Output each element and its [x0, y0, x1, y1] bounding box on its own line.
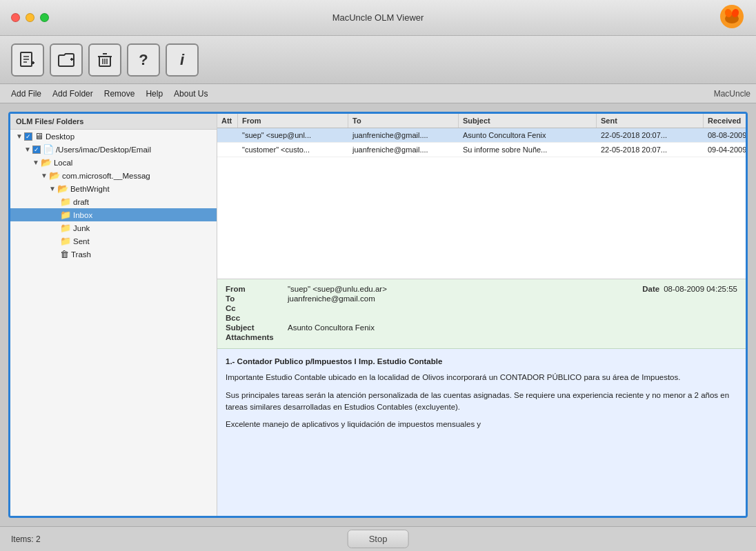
- email-cell-to-1: juanfreniche@gmail....: [348, 128, 459, 142]
- checkbox-email[interactable]: ✓: [32, 146, 41, 154]
- sidebar-item-desktop[interactable]: ▼ ✓ 🖥 Desktop: [10, 130, 217, 143]
- email-body-line1: 1.- Contador Publico p/Impuestos l Imp. …: [226, 356, 737, 368]
- email-list-header: Att From To Subject Sent Received: [217, 114, 746, 128]
- main-area: OLM Files/ Folders ▼ ✓ 🖥 Desktop ▼ ✓ 📄 /…: [0, 103, 756, 526]
- sidebar-item-inbox[interactable]: 📁 Inbox: [10, 208, 217, 221]
- attachments-value: [288, 333, 737, 341]
- add-file-button[interactable]: [11, 43, 44, 77]
- folder-icon-ms: 📂: [49, 170, 60, 181]
- logo: [719, 3, 745, 32]
- email-body-para1: Importante Estudio Contable ubicado en l…: [226, 372, 737, 383]
- sidebar-label-local: Local: [54, 159, 73, 167]
- trash-icon: 🗑: [60, 249, 69, 259]
- sidebar-label-junk: Junk: [73, 224, 90, 232]
- meta-subject-row: Subject Asunto Concultora Fenix: [226, 323, 737, 332]
- meta-from-row: From "suep" <suep@unlu.edu.ar> Date 08-0…: [226, 285, 737, 293]
- chevron-down-icon5: ▼: [49, 185, 56, 192]
- sidebar-item-email-path[interactable]: ▼ ✓ 📄 /Users/imac/Desktop/Email: [10, 143, 217, 156]
- col-sent: Sent: [597, 114, 704, 128]
- stop-button[interactable]: Stop: [348, 530, 409, 548]
- folder-icon-local: 📂: [41, 157, 52, 168]
- folder-icon-junk: 📁: [60, 223, 71, 233]
- email-preview: From "suep" <suep@unlu.edu.ar> Date 08-0…: [217, 279, 746, 516]
- monitor-icon: 🖥: [34, 131, 43, 141]
- content-area: Att From To Subject Sent Received "suep"…: [217, 114, 746, 516]
- folder-icon-draft: 📁: [60, 197, 71, 207]
- col-subject: Subject: [459, 114, 597, 128]
- sidebar-label-trash: Trash: [71, 250, 91, 259]
- email-body-para2: Sus principales tareas serán la atención…: [226, 390, 737, 414]
- email-body-para3: Excelente manejo de aplicativos y liquid…: [226, 419, 737, 430]
- info-icon: i: [180, 51, 184, 69]
- email-cell-subject-1: Asunto Concultora Fenix: [459, 128, 597, 142]
- file-icon: 📄: [43, 144, 54, 154]
- subject-value: Asunto Concultora Fenix: [288, 323, 737, 332]
- email-cell-from-2: "customer" <custo...: [238, 143, 348, 157]
- email-cell-received-2: 09-04-2009 01:05...: [704, 143, 746, 157]
- checkbox-desktop[interactable]: ✓: [24, 132, 32, 141]
- from-value: "suep" <suep@unlu.edu.ar>: [288, 285, 642, 293]
- menu-remove[interactable]: Remove: [99, 87, 141, 101]
- chevron-down-icon: ▼: [16, 132, 23, 140]
- minimize-button[interactable]: [26, 13, 34, 22]
- menu-bar: Add File Add Folder Remove Help About Us…: [0, 84, 756, 103]
- brand-label: MacUncle: [714, 89, 750, 99]
- title-bar: MacUncle OLM Viewer: [0, 0, 756, 36]
- maximize-button[interactable]: [40, 13, 49, 22]
- sidebar-label-email-path: /Users/imac/Desktop/Email: [56, 146, 151, 154]
- meta-to-row: To juanfreniche@gmail.com: [226, 294, 737, 303]
- items-count: Items: 2: [11, 534, 41, 544]
- col-att: Att: [217, 114, 238, 128]
- toolbar: ? i: [0, 36, 756, 84]
- sidebar-label-inbox: Inbox: [73, 211, 92, 219]
- email-cell-att-2: [217, 143, 238, 157]
- email-body: 1.- Contador Publico p/Impuestos l Imp. …: [217, 349, 746, 516]
- sidebar-item-local[interactable]: ▼ 📂 Local: [10, 156, 217, 169]
- sidebar-item-bethwright[interactable]: ▼ 📂 BethWright: [10, 182, 217, 195]
- email-cell-subject-2: Su informe sobre Nuñe...: [459, 143, 597, 157]
- menu-about-us[interactable]: About Us: [168, 87, 213, 101]
- email-row[interactable]: "customer" <custo... juanfreniche@gmail.…: [217, 143, 746, 157]
- cc-label: Cc: [226, 304, 288, 312]
- email-row[interactable]: "suep" <suep@unl... juanfreniche@gmail..…: [217, 128, 746, 143]
- window-title: MacUncle OLM Viewer: [332, 12, 424, 23]
- question-icon: ?: [139, 51, 148, 69]
- chevron-down-icon3: ▼: [32, 159, 39, 166]
- email-cell-to-2: juanfreniche@gmail....: [348, 143, 459, 157]
- to-value: juanfreniche@gmail.com: [288, 294, 737, 303]
- chevron-down-icon4: ▼: [41, 172, 48, 179]
- close-button[interactable]: [11, 13, 20, 22]
- email-list[interactable]: Att From To Subject Sent Received "suep"…: [217, 114, 746, 279]
- menu-help[interactable]: Help: [140, 87, 168, 101]
- menu-add-folder[interactable]: Add Folder: [47, 87, 99, 101]
- bcc-label: Bcc: [226, 314, 288, 322]
- remove-button[interactable]: [88, 43, 121, 77]
- sidebar-item-sent[interactable]: 📁 Sent: [10, 234, 217, 248]
- sidebar-item-trash[interactable]: 🗑 Trash: [10, 248, 217, 261]
- folder-icon-inbox: 📁: [60, 210, 71, 220]
- folder-icon-sent: 📁: [60, 236, 71, 246]
- email-cell-from-1: "suep" <suep@unl...: [238, 128, 348, 142]
- main-panel: OLM Files/ Folders ▼ ✓ 🖥 Desktop ▼ ✓ 📄 /…: [8, 112, 748, 518]
- folder-icon-bw: 📂: [57, 183, 68, 194]
- help-button[interactable]: ?: [127, 43, 160, 77]
- info-button[interactable]: i: [166, 43, 199, 77]
- email-meta: From "suep" <suep@unlu.edu.ar> Date 08-0…: [217, 279, 746, 349]
- subject-label: Subject: [226, 323, 288, 332]
- menu-add-file[interactable]: Add File: [6, 87, 47, 101]
- status-bar: Items: 2 Stop: [0, 526, 756, 551]
- cc-value: [288, 304, 737, 312]
- meta-attachments-row: Attachments: [226, 333, 737, 341]
- sidebar-item-junk[interactable]: 📁 Junk: [10, 221, 217, 234]
- email-cell-received-1: 08-08-2009 04:2...: [704, 128, 746, 142]
- sidebar-label-draft: draft: [73, 198, 89, 206]
- window-controls[interactable]: [11, 13, 49, 22]
- add-folder-button[interactable]: [50, 43, 83, 77]
- sidebar-item-draft[interactable]: 📁 draft: [10, 195, 217, 208]
- sidebar-item-com-microsoft[interactable]: ▼ 📂 com.microsoft.__Messag: [10, 169, 217, 182]
- date-value: 08-08-2009 04:25:55: [664, 285, 737, 293]
- to-label: To: [226, 294, 288, 303]
- attachments-label: Attachments: [226, 333, 288, 341]
- sidebar-label-bethwright: BethWright: [70, 185, 110, 193]
- chevron-down-icon2: ▼: [24, 146, 31, 153]
